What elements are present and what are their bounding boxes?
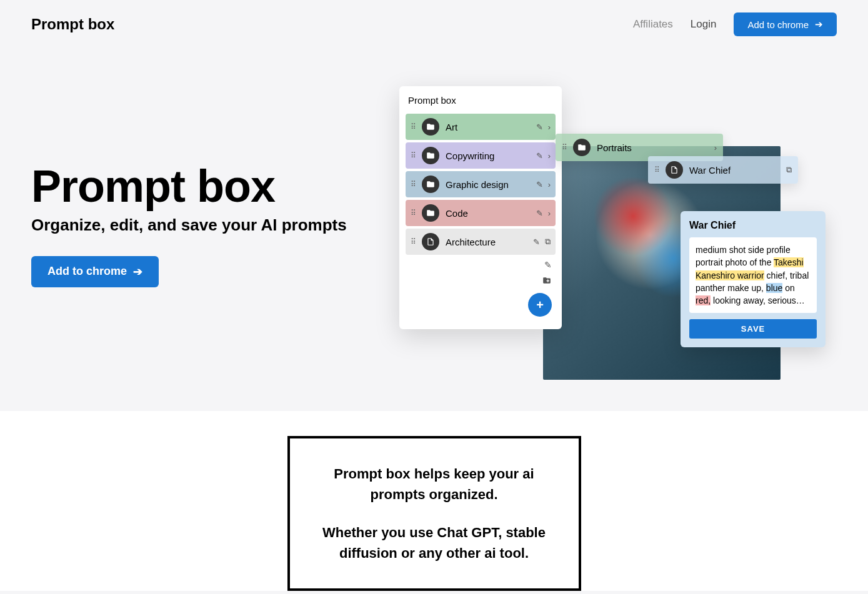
- pencil-icon[interactable]: ✎: [536, 151, 543, 161]
- chevron-right-icon[interactable]: ›: [714, 143, 717, 152]
- highlight-blue: blue: [766, 283, 782, 293]
- chevron-right-icon[interactable]: ›: [548, 151, 551, 161]
- add-to-chrome-button-hero[interactable]: Add to chrome ➔: [31, 256, 159, 287]
- prompt-editor-card: War Chief medium shot side profile portr…: [681, 211, 826, 347]
- info-paragraph-1: Prompt box helps keep your ai prompts or…: [312, 463, 556, 505]
- pencil-icon[interactable]: ✎: [536, 180, 543, 189]
- drag-handle-icon[interactable]: ⠿: [411, 122, 416, 131]
- button-label: Add to chrome: [747, 19, 809, 30]
- copy-icon[interactable]: ⧉: [545, 237, 551, 247]
- hero-subtitle: Organize, edit, and save your AI prompts: [31, 215, 369, 235]
- file-label: War Chief: [689, 165, 780, 176]
- info-box: Prompt box helps keep your ai prompts or…: [287, 436, 581, 591]
- nav-login[interactable]: Login: [691, 18, 717, 31]
- drag-handle-icon[interactable]: ⠿: [411, 151, 416, 160]
- folder-label: Graphic design: [446, 179, 530, 190]
- folder-icon: [422, 147, 439, 164]
- arrow-right-icon: ➔: [133, 265, 142, 279]
- panel-footer: ✎ +: [406, 260, 556, 317]
- site-header: Prompt box Affiliates Login Add to chrom…: [0, 0, 868, 49]
- folder-label: Portraits: [597, 142, 708, 153]
- button-label: Add to chrome: [47, 265, 127, 278]
- nested-file-war-chief[interactable]: ⠿ War Chief ⧉: [648, 156, 798, 184]
- folder-label: Architecture: [446, 237, 527, 247]
- prompt-text-segment: looking away, serious…: [711, 295, 805, 305]
- hero-section: Prompt box Organize, edit, and save your…: [0, 49, 868, 411]
- folder-icon: [422, 176, 439, 193]
- copy-icon[interactable]: ⧉: [786, 165, 792, 175]
- drag-handle-icon[interactable]: ⠿: [411, 180, 416, 189]
- panel-title: Prompt box: [406, 95, 556, 114]
- new-folder-icon[interactable]: [542, 276, 552, 287]
- folder-graphic-design[interactable]: ⠿ Graphic design ✎ ›: [406, 171, 556, 197]
- hero-text: Prompt box Organize, edit, and save your…: [31, 161, 369, 287]
- document-icon: [422, 233, 439, 250]
- folder-label: Code: [446, 208, 530, 219]
- folder-label: Copywriting: [446, 151, 530, 161]
- add-to-chrome-button-header[interactable]: Add to chrome ➔: [734, 12, 837, 36]
- pencil-icon[interactable]: ✎: [544, 260, 552, 270]
- item-architecture[interactable]: ⠿ Architecture ✎ ⧉: [406, 229, 556, 255]
- pencil-icon[interactable]: ✎: [536, 122, 543, 132]
- nav-affiliates[interactable]: Affiliates: [633, 18, 673, 31]
- drag-handle-icon[interactable]: ⠿: [654, 166, 659, 174]
- chevron-right-icon[interactable]: ›: [548, 209, 551, 218]
- folder-art[interactable]: ⠿ Art ✎ ›: [406, 114, 556, 140]
- hero-title: Prompt box: [31, 161, 369, 212]
- info-section: Prompt box helps keep your ai prompts or…: [0, 411, 868, 591]
- highlight-red: red,: [696, 295, 711, 305]
- drag-handle-icon[interactable]: ⠿: [411, 237, 416, 246]
- drag-handle-icon[interactable]: ⠿: [411, 209, 416, 217]
- prompt-title: War Chief: [689, 220, 817, 231]
- folder-code[interactable]: ⠿ Code ✎ ›: [406, 200, 556, 226]
- add-button[interactable]: +: [528, 293, 552, 317]
- prompt-text-segment: on: [782, 283, 794, 293]
- folder-icon: [573, 139, 591, 156]
- logo: Prompt box: [31, 16, 114, 33]
- folder-label: Art: [446, 122, 530, 132]
- hero-illustration: Prompt box ⠿ Art ✎ › ⠿ Copywriting ✎ ›: [399, 86, 837, 398]
- document-icon: [666, 161, 683, 179]
- folder-copywriting[interactable]: ⠿ Copywriting ✎ ›: [406, 142, 556, 169]
- pencil-icon[interactable]: ✎: [536, 209, 543, 218]
- prompt-text[interactable]: medium shot side profile portrait photo …: [689, 237, 817, 313]
- save-button[interactable]: SAVE: [689, 319, 817, 339]
- chevron-right-icon[interactable]: ›: [548, 180, 551, 189]
- chevron-right-icon[interactable]: ›: [548, 122, 551, 132]
- info-paragraph-2: Whether you use Chat GPT, stable diffusi…: [312, 522, 556, 563]
- app-panel: Prompt box ⠿ Art ✎ › ⠿ Copywriting ✎ ›: [399, 86, 562, 329]
- pencil-icon[interactable]: ✎: [533, 237, 540, 247]
- drag-handle-icon[interactable]: ⠿: [562, 143, 567, 152]
- folder-icon: [422, 204, 439, 222]
- arrow-right-icon: ➔: [815, 19, 823, 30]
- folder-icon: [422, 118, 439, 136]
- top-nav: Affiliates Login Add to chrome ➔: [633, 12, 837, 36]
